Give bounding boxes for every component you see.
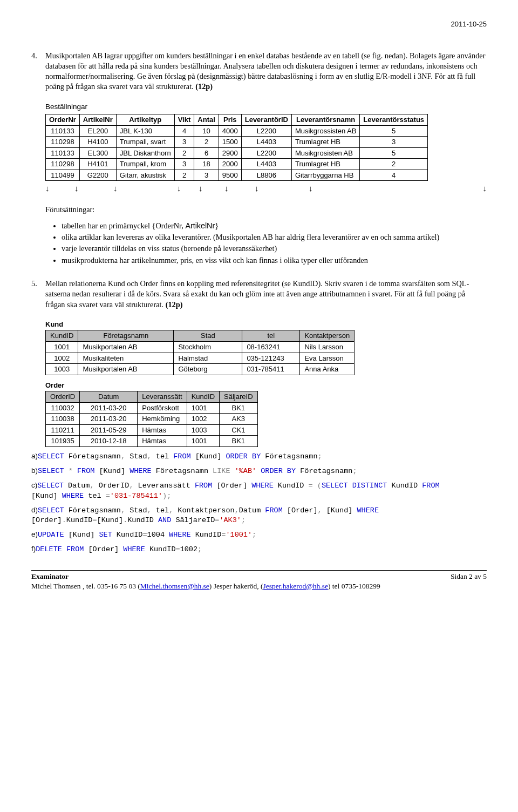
sql-a: a)SELECT Företagsnamn, Stad, tel FROM [K… bbox=[31, 451, 487, 462]
examinator-label: Examinator bbox=[31, 572, 69, 580]
q4-points: (12p) bbox=[195, 82, 213, 91]
col-levstatus: Leverantörsstatus bbox=[360, 114, 428, 125]
q5-number: 5. bbox=[31, 279, 45, 310]
table-row: 110499G2200Gitarr, akustisk239500L8806Gi… bbox=[46, 170, 428, 181]
q4-number: 4. bbox=[31, 51, 45, 92]
col-vikt: Vikt bbox=[174, 114, 194, 125]
table-header-row: OrderID Datum Leveranssätt KundID Säljar… bbox=[46, 391, 258, 403]
table-row: 1100382011-03-20Hemkörning1002AK3 bbox=[46, 414, 258, 425]
list-item: musikprodukterna har artikelnummer, pris… bbox=[62, 255, 487, 266]
kund-table: KundID Företagsnamn Stad tel Kontaktpers… bbox=[45, 330, 355, 375]
sql-e: e)UPDATE [Kund] SET KundID=1004 WHERE Ku… bbox=[31, 530, 487, 540]
sql-d: d)SELECT Företagsnamn, Stad, tel, Kontak… bbox=[31, 505, 487, 525]
table-row: 110133EL300JBL Diskanthorn262900L2200Mus… bbox=[46, 147, 428, 159]
page-number: Sidan 2 av 5 bbox=[451, 572, 487, 581]
email-link-2[interactable]: Jesper.hakerod@hh.se bbox=[263, 582, 328, 590]
sql-f: f)DELETE FROM [Order] WHERE KundID=1002; bbox=[31, 544, 487, 554]
col-antal: Antal bbox=[194, 114, 219, 125]
bestallningar-table: OrderNr ArtikelNr Artikeltyp Vikt Antal … bbox=[45, 114, 428, 181]
arrow-row: ↓↓↓↓↓↓↓↓↓ bbox=[45, 183, 487, 194]
sql-b: b)SELECT * FROM [Kund] WHERE Företagsnam… bbox=[31, 466, 487, 476]
question-4: 4. Musikportalen AB lagrar uppgifter om … bbox=[31, 51, 487, 92]
order-title: Order bbox=[45, 381, 487, 390]
q5-text: Mellan relationerna Kund och Order finns… bbox=[45, 279, 487, 310]
order-table: OrderID Datum Leveranssätt KundID Säljar… bbox=[45, 391, 258, 447]
q5-points: (12p) bbox=[166, 300, 183, 309]
list-item: tabellen har en primärnyckel {OrderNr, A… bbox=[62, 221, 487, 231]
q4-body: Musikportalen AB lagrar uppgifter om kun… bbox=[45, 51, 485, 91]
table-row: 1002MusikalitetenHalmstad035-121243Eva L… bbox=[46, 353, 355, 364]
forutsattningar-title: Förutsättningar: bbox=[45, 205, 487, 215]
table-row: 1102112011-05-29Hämtas1003CK1 bbox=[46, 424, 258, 436]
page-footer: Sidan 2 av 5 Examinator Michel Thomsen ,… bbox=[31, 570, 487, 591]
kund-title: Kund bbox=[45, 320, 487, 329]
question-5: 5. Mellan relationerna Kund och Order fi… bbox=[31, 279, 487, 310]
bestallningar-title: Beställningar bbox=[45, 102, 487, 112]
table-row: 1100322011-03-20Postförskott1001BK1 bbox=[46, 402, 258, 414]
list-item: olika artiklar kan levereras av olika le… bbox=[62, 232, 487, 242]
list-item: varje leverantör tilldelas en viss statu… bbox=[62, 243, 487, 254]
sql-c: c)SELECT Datum, OrderID, Leveranssätt FR… bbox=[31, 481, 487, 500]
col-levid: LeverantörID bbox=[241, 114, 291, 125]
col-ordernr: OrderNr bbox=[46, 114, 80, 125]
page-date: 2011-10-25 bbox=[31, 19, 487, 29]
col-pris: Pris bbox=[219, 114, 241, 125]
table-header-row: KundID Företagsnamn Stad tel Kontaktpers… bbox=[46, 330, 355, 342]
table-row: 1001Musikportalen ABStockholm08-163241Ni… bbox=[46, 341, 355, 353]
table-row: 1003Musikportalen ABGöteborg031-785411An… bbox=[46, 364, 355, 375]
table-row: 110298H4101Trumpall, krom3182000L4403Tru… bbox=[46, 159, 428, 170]
forutsattningar-list: tabellen har en primärnyckel {OrderNr, A… bbox=[50, 221, 487, 266]
q4-text: Musikportalen AB lagrar uppgifter om kun… bbox=[45, 51, 487, 92]
col-levnamn: Leverantörsnamn bbox=[291, 114, 359, 125]
col-artikelnr: ArtikelNr bbox=[79, 114, 116, 125]
table-header-row: OrderNr ArtikelNr Artikeltyp Vikt Antal … bbox=[46, 114, 428, 125]
col-artikeltyp: Artikeltyp bbox=[116, 114, 174, 125]
email-link-1[interactable]: Michel.thomsen@hh.se bbox=[140, 582, 209, 590]
table-row: 1019352010-12-18Hämtas1001BK1 bbox=[46, 436, 258, 447]
footer-text: Michel Thomsen , tel. 035-16 75 03 ( bbox=[31, 582, 140, 590]
table-row: 110298H4100Trumpall, svart321500L4403Tru… bbox=[46, 137, 428, 148]
table-row: 110133EL200JBL K-1304104000L2200Musikgro… bbox=[46, 125, 428, 137]
